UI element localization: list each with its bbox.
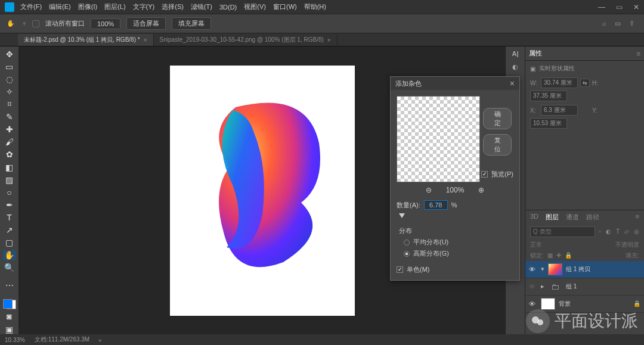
path-tool-icon[interactable]: ↗ [3,225,16,235]
document-canvas[interactable] [170,66,355,316]
filter-smart-icon[interactable]: ◎ [634,228,639,235]
color-swatch[interactable] [3,299,16,309]
amount-input[interactable] [424,200,448,210]
panel-menu-icon[interactable]: ≡ [636,213,639,222]
heal-tool-icon[interactable]: ✚ [3,125,16,135]
maximize-icon[interactable]: ▭ [616,3,623,11]
marquee-tool-icon[interactable]: ▭ [3,61,16,72]
magic-wand-tool-icon[interactable]: ✧ [3,86,16,97]
menu-edit[interactable]: 编辑(E) [49,2,71,11]
dialog-close-icon[interactable]: × [510,79,515,88]
menu-type[interactable]: 文字(Y) [133,2,155,11]
gaussian-radio[interactable] [404,251,410,257]
preview-checkbox[interactable] [481,171,488,178]
visibility-toggle-icon[interactable]: 👁 [529,283,537,290]
hand-tool-icon[interactable]: ✋ [5,18,17,30]
tab-properties[interactable]: 属性 [529,49,542,58]
menu-help[interactable]: 帮助(H) [304,2,326,11]
visibility-toggle-icon[interactable]: 👁 [529,266,537,273]
gaussian-radio-row[interactable]: 高斯分布(G) [404,249,513,258]
minimize-icon[interactable]: — [598,3,605,11]
filter-adjust-icon[interactable]: ◐ [606,228,611,235]
libraries-icon[interactable]: A| [512,50,518,57]
height-field[interactable]: 37.35 厘米 [530,91,567,101]
brush-tool-icon[interactable]: 🖌 [3,137,16,147]
menu-layer[interactable]: 图层(L) [104,2,125,11]
tab-layers[interactable]: 图层 [546,213,559,222]
tab-close-icon[interactable]: × [327,37,331,43]
tab-channels[interactable]: 通道 [566,213,579,222]
status-zoom[interactable]: 10.33% [5,337,25,343]
visibility-toggle-icon[interactable]: 👁 [529,300,537,307]
tab-inactive-document[interactable]: Snipaste_2019-03-30_10-55-42.png @ 100% … [154,34,338,46]
slider-handle-icon[interactable] [399,213,405,218]
lasso-tool-icon[interactable]: ◌ [3,74,16,84]
menu-filter[interactable]: 滤镜(T) [191,2,212,11]
ok-button[interactable]: 确定 [483,108,512,129]
menu-view[interactable]: 视图(V) [244,2,266,11]
search-icon[interactable]: ⌕ [602,20,606,27]
eyedropper-tool-icon[interactable]: ✎ [3,112,16,122]
layer-name[interactable]: 背景 [559,300,630,308]
chevron-right-icon[interactable]: ▸ [541,282,544,290]
monochrome-checkbox[interactable] [397,266,403,273]
reset-button[interactable]: 复位 [483,134,512,156]
zoom-field[interactable]: 100% [91,18,120,29]
status-arrow-icon[interactable]: ▸ [99,337,102,343]
filter-shape-icon[interactable]: ▱ [624,228,629,235]
share-icon[interactable]: ⇪ [629,20,634,27]
tab-paths[interactable]: 路径 [586,213,599,222]
fit-screen-button[interactable]: 适合屏幕 [126,17,166,30]
menu-select[interactable]: 选择(S) [162,2,184,11]
quickmask-icon[interactable]: ◙ [3,312,16,322]
close-icon[interactable]: ✕ [633,3,639,11]
type-tool-icon[interactable]: T [3,212,16,222]
menu-window[interactable]: 窗口(W) [273,2,297,11]
y-field[interactable]: 10.53 厘米 [530,118,567,129]
workspace-icon[interactable]: ▭ [615,20,621,27]
edit-toolbar-icon[interactable]: ⋯ [3,281,16,291]
chevron-down-icon[interactable]: ▾ [541,265,544,273]
filter-image-icon[interactable]: ▫ [599,228,601,235]
lock-pixels-icon[interactable]: ▦ [547,252,553,259]
zoom-out-icon[interactable]: ⊖ [426,186,432,194]
shape-tool-icon[interactable]: ▢ [3,238,16,248]
fg-color-swatch[interactable] [3,299,13,309]
panel-menu-icon[interactable]: ≡ [637,50,640,57]
amount-slider[interactable] [397,213,513,222]
hand-tool-icon[interactable]: ✋ [3,250,16,260]
lock-all-icon[interactable]: 🔒 [565,252,572,259]
width-field[interactable]: 30.74 厘米 [541,77,578,88]
blur-tool-icon[interactable]: ○ [3,187,16,197]
crop-tool-icon[interactable]: ⌗ [3,99,16,109]
dialog-titlebar[interactable]: 添加杂色 × [391,77,519,90]
uniform-radio-row[interactable]: 平均分布(U) [404,238,513,247]
eraser-tool-icon[interactable]: ◧ [3,162,16,172]
layer-name[interactable]: 组 1 拷贝 [566,265,640,273]
stamp-tool-icon[interactable]: ✿ [3,150,16,160]
scroll-all-checkbox[interactable] [32,20,39,27]
menu-file[interactable]: 文件(F) [20,2,42,11]
zoom-tool-icon[interactable]: 🔍 [3,263,16,273]
lock-position-icon[interactable]: ✚ [556,252,561,259]
screenmode-icon[interactable]: ▣ [3,324,16,334]
zoom-in-icon[interactable]: ⊕ [478,186,484,194]
layer-row[interactable]: 👁 ▸ 🗀 组 1 [525,278,644,296]
layer-filter-kind[interactable]: Q 类型 [530,226,595,237]
adjustments-icon[interactable]: ◐ [512,63,518,71]
filter-type-icon[interactable]: T [616,228,620,235]
fill-screen-button[interactable]: 填充屏幕 [172,17,211,30]
menu-image[interactable]: 图像(I) [78,2,97,11]
link-wh-icon[interactable]: ⇆ [580,79,590,87]
pen-tool-icon[interactable]: ✒ [3,200,16,210]
move-tool-icon[interactable]: ✥ [3,49,16,59]
status-doc-size[interactable]: 文档:111.2M/263.3M [35,335,89,344]
tab-close-icon[interactable]: × [144,37,147,43]
gradient-tool-icon[interactable]: ▨ [3,175,16,185]
uniform-radio[interactable] [404,240,410,245]
x-field[interactable]: 6.3 厘米 [541,105,578,116]
tab-active-document[interactable]: 未标题-2.psd @ 10.3% (组 1 拷贝, RGB/8) * × [18,34,154,46]
layer-name[interactable]: 组 1 [566,282,640,291]
menu-3d[interactable]: 3D(D) [219,4,237,11]
layer-row[interactable]: 👁 ▾ 组 1 拷贝 [525,261,644,278]
